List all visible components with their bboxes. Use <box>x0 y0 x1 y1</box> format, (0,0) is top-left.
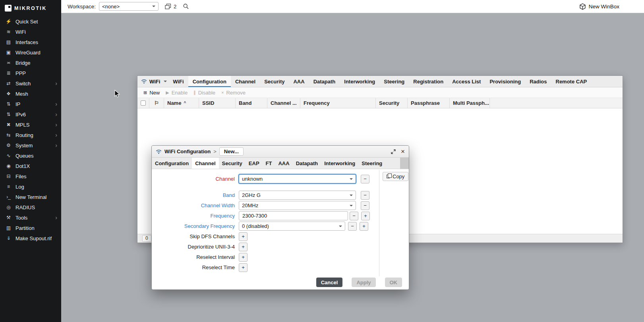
document-name-pill[interactable]: New... <box>219 147 244 156</box>
window-menu-button[interactable] <box>162 76 168 87</box>
channel-remove-button[interactable]: − <box>361 175 369 183</box>
switch-icon: ⇄ <box>5 81 12 86</box>
channel-width-remove-button[interactable]: − <box>361 201 369 210</box>
skip-dfs-channels-add-button[interactable]: + <box>239 232 248 241</box>
tab-overflow-button[interactable] <box>400 158 409 169</box>
sidebar-item-dot1x[interactable]: ◉Dot1X <box>0 161 61 171</box>
frequency-label[interactable]: Frequency <box>152 213 239 219</box>
select-all-checkbox[interactable] <box>141 100 146 106</box>
frequency-input[interactable] <box>239 211 348 220</box>
sidebar-item-wifi[interactable]: ≋WiFi <box>0 27 61 37</box>
column-header-channel[interactable]: Channel ... <box>267 98 300 108</box>
new-winbox-button[interactable]: New WinBox <box>579 3 619 10</box>
tab-steering[interactable]: Steering <box>379 76 409 87</box>
sidebar-item-bridge[interactable]: ≍Bridge <box>0 58 61 68</box>
sidebar-item-quick-set[interactable]: ⚡Quick Set <box>0 16 61 27</box>
maximize-icon[interactable] <box>391 149 396 154</box>
sidebar-item-files[interactable]: ⊟Files <box>0 171 61 181</box>
sidebar-item-system[interactable]: ⚙System› <box>0 140 61 150</box>
tab-security[interactable]: Security <box>260 76 289 87</box>
wifi-icon <box>141 79 147 84</box>
dialog-tab-steering[interactable]: Steering <box>358 158 385 169</box>
sidebar-item-ip[interactable]: ⇅IP› <box>0 99 61 109</box>
frequency-remove-button[interactable]: − <box>350 212 358 220</box>
reselect-time-add-button[interactable]: + <box>239 263 248 272</box>
close-icon[interactable]: × <box>401 148 405 155</box>
sidebar-item-ipv6[interactable]: ⇅IPv6› <box>0 109 61 120</box>
dialog-tab-datapath[interactable]: Datapath <box>293 158 321 169</box>
column-header-multi-passphrase[interactable]: Multi Passph... <box>450 98 490 108</box>
flag-column-header[interactable]: ⚐ <box>149 98 164 108</box>
search-button[interactable] <box>183 3 189 10</box>
channel-width-label[interactable]: Channel Width <box>152 202 239 208</box>
workspace-select[interactable]: <none> <box>99 2 159 11</box>
apply-button[interactable]: Apply <box>352 278 375 287</box>
sidebar-item-radius[interactable]: ◎RADIUS <box>0 202 61 212</box>
field-row-band: Band 2GHz G − <box>152 191 409 200</box>
sidebar-item-interfaces[interactable]: ▤Interfaces <box>0 37 61 47</box>
column-header-passphrase[interactable]: Passphrase <box>408 98 450 108</box>
channel-label[interactable]: Channel <box>152 176 239 182</box>
disable-button[interactable]: ∥Disable <box>193 90 215 96</box>
partition-icon: ▥ <box>5 225 12 231</box>
sidebar-item-new-terminal[interactable]: ›_New Terminal <box>0 192 61 202</box>
sidebar-item-tools[interactable]: ⚒Tools› <box>0 212 61 223</box>
sidebar-item-make-supout[interactable]: ⇓Make Supout.rif <box>0 233 61 243</box>
frequency-add-button[interactable]: + <box>361 212 370 220</box>
dialog-tab-ft[interactable]: FT <box>263 158 275 169</box>
sidebar-item-ppp[interactable]: ≣PPP <box>0 68 61 78</box>
tab-access-list[interactable]: Access List <box>448 76 485 87</box>
tab-aaa[interactable]: AAA <box>289 76 309 87</box>
dialog-tab-interworking[interactable]: Interworking <box>321 158 358 169</box>
reselect-interval-add-button[interactable]: + <box>239 253 248 262</box>
remove-button[interactable]: ×Remove <box>221 90 246 96</box>
dialog-titlebar[interactable]: WiFi Configuration > New... × <box>152 146 409 158</box>
secondary-frequency-remove-button[interactable]: − <box>348 222 357 231</box>
ok-button[interactable]: OK <box>385 278 402 287</box>
copy-button[interactable]: Copy <box>383 172 408 181</box>
band-remove-button[interactable]: − <box>361 191 369 200</box>
dialog-tab-security[interactable]: Security <box>219 158 246 169</box>
secondary-frequency-label[interactable]: Secondary Frequency <box>152 223 239 229</box>
sidebar-item-mpls[interactable]: ✖MPLS› <box>0 120 61 130</box>
cancel-button[interactable]: Cancel <box>316 278 343 287</box>
tab-remote-cap[interactable]: Remote CAP <box>551 76 592 87</box>
column-header-band[interactable]: Band <box>236 98 267 108</box>
column-header-security[interactable]: Security <box>376 98 408 108</box>
tab-channel[interactable]: Channel <box>231 76 260 87</box>
band-label[interactable]: Band <box>152 192 239 198</box>
dialog-tab-aaa[interactable]: AAA <box>275 158 292 169</box>
sidebar-item-routing[interactable]: ⇆Routing› <box>0 130 61 140</box>
tab-radios[interactable]: Radios <box>525 76 551 87</box>
dialog-tab-channel[interactable]: Channel <box>192 158 219 169</box>
tab-registration[interactable]: Registration <box>409 76 448 87</box>
channel-width-select[interactable]: 20MHz <box>239 201 356 210</box>
tab-datapath[interactable]: Datapath <box>309 76 340 87</box>
sidebar-item-mesh[interactable]: ❖Mesh <box>0 89 61 99</box>
secondary-frequency-add-button[interactable]: + <box>360 222 368 231</box>
new-button[interactable]: ⊞New <box>143 90 160 96</box>
enable-button[interactable]: ▶Enable <box>166 90 188 96</box>
dialog-tab-eap[interactable]: EAP <box>246 158 263 169</box>
dialog-tab-configuration[interactable]: Configuration <box>152 158 192 169</box>
sidebar-item-log[interactable]: ≡Log <box>0 181 61 192</box>
sidebar-item-switch[interactable]: ⇄Switch› <box>0 78 61 89</box>
column-header-frequency[interactable]: Frequency <box>300 98 376 108</box>
column-header-ssid[interactable]: SSID <box>199 98 236 108</box>
sidebar-item-partition[interactable]: ▥Partition <box>0 223 61 233</box>
open-windows-button[interactable]: 2 <box>165 4 176 10</box>
channel-select[interactable]: unknown <box>239 174 356 183</box>
tab-interworking[interactable]: Interworking <box>340 76 379 87</box>
sidebar-item-queues[interactable]: ∿Queues <box>0 150 61 161</box>
deprioritize-unii-add-button[interactable]: + <box>239 243 248 251</box>
tab-provisioning[interactable]: Provisioning <box>485 76 525 87</box>
tab-configuration[interactable]: Configuration <box>188 76 231 87</box>
sidebar-item-wireguard[interactable]: ▣WireGuard <box>0 47 61 58</box>
tab-wifi[interactable]: WiFi <box>168 76 188 87</box>
mpls-icon: ✖ <box>5 122 12 127</box>
band-select[interactable]: 2GHz G <box>239 191 356 200</box>
queues-icon: ∿ <box>5 153 12 158</box>
secondary-frequency-select[interactable]: 0 (disabled) <box>239 222 345 231</box>
column-header-name[interactable]: Name^ <box>164 98 199 108</box>
wifi-window-title[interactable]: WiFi <box>137 76 162 87</box>
